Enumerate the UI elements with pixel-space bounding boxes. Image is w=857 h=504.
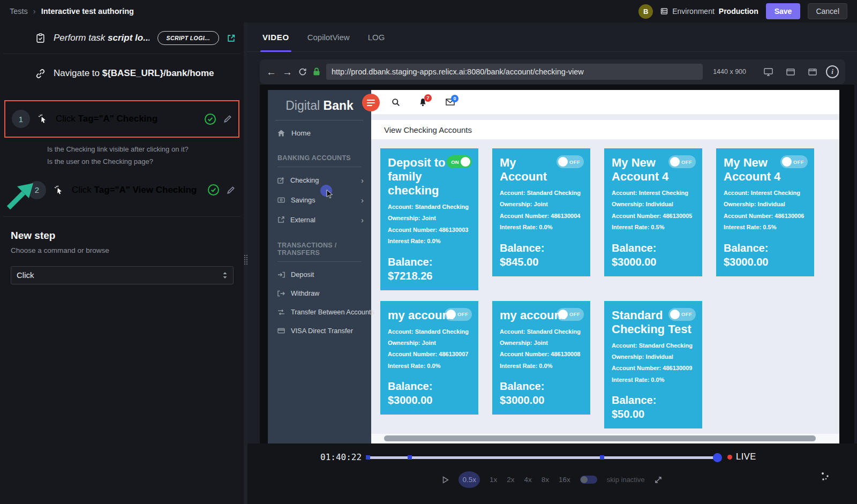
account-card[interactable]: OFF my account Account: Standard Checkin… <box>492 301 590 415</box>
url-field[interactable]: http://prod.dbank.staging-apps.relicx.ai… <box>326 64 703 80</box>
playback-speed-controls: 0.5x1x2x4x8x16x skip inactive <box>247 471 857 488</box>
bank-nav-home[interactable]: Home <box>268 121 371 146</box>
fullscreen-icon[interactable] <box>655 476 662 484</box>
account-active-toggle[interactable]: OFF <box>668 155 696 168</box>
live-label: LIVE <box>736 452 756 462</box>
search-icon[interactable] <box>392 98 400 107</box>
video-playback-area[interactable]: Digital Bank Home BANKING ACCOUNTS Check… <box>260 85 854 443</box>
user-avatar[interactable]: B <box>638 4 653 19</box>
viewer-tab[interactable]: VIDEO <box>262 22 289 51</box>
notifications-bell-icon[interactable]: 7 <box>419 98 427 107</box>
notifications-badge: 7 <box>424 94 432 102</box>
bank-nav-item[interactable]: Transfer Between Accounts <box>268 303 371 321</box>
event-marker[interactable] <box>366 455 370 460</box>
bank-nav-item[interactable]: Savings › <box>268 190 371 210</box>
scrubber-handle[interactable] <box>713 453 722 462</box>
command-select[interactable]: Click <box>11 266 234 284</box>
play-icon[interactable] <box>442 476 449 484</box>
bank-nav-item[interactable]: Checking › <box>268 170 371 190</box>
account-card[interactable]: OFF Standard Checking Test Account: Stan… <box>604 301 702 429</box>
script-logic-button[interactable]: SCRIPT LOGI... <box>157 31 219 45</box>
step-number: 1 <box>12 110 30 128</box>
desktop-icon[interactable] <box>764 68 773 76</box>
playback-speed-option[interactable]: 2x <box>507 476 514 484</box>
horizontal-scrollbar[interactable] <box>371 434 839 443</box>
bank-nav-item[interactable]: Withdraw <box>268 284 371 303</box>
step-assertions: Is the Checking link visible after click… <box>47 143 233 168</box>
account-card[interactable]: OFF my account Account: Standard Checkin… <box>380 301 478 415</box>
account-card[interactable]: OFF My New Account 4 Account: Interest C… <box>604 148 702 276</box>
account-active-toggle[interactable]: ON <box>447 155 472 168</box>
account-active-toggle[interactable]: OFF <box>445 308 472 321</box>
account-ownership: Ownership: Individual <box>612 351 695 363</box>
toggle-knob <box>558 157 568 167</box>
edit-step-icon[interactable] <box>227 186 235 194</box>
messages-icon[interactable]: 0 <box>446 99 455 106</box>
account-type: Account: Interest Checking <box>724 187 807 199</box>
breadcrumb-tests-link[interactable]: Tests <box>10 7 28 16</box>
account-card[interactable]: OFF My Account Account: Standard Checkin… <box>492 148 590 276</box>
back-icon[interactable]: ← <box>266 67 276 77</box>
account-ownership: Ownership: Individual <box>724 199 807 210</box>
bank-section-title: BANKING ACCOUNTS <box>277 154 362 162</box>
playback-scrubber[interactable] <box>366 456 720 459</box>
toggle-knob <box>558 310 568 319</box>
bank-nav-item[interactable]: VISA Direct Transfer <box>268 321 371 340</box>
account-balance: Balance:$3000.00 <box>724 241 807 269</box>
account-card[interactable]: OFF My New Account 4 Account: Interest C… <box>716 148 814 276</box>
skip-inactive-toggle[interactable] <box>580 476 597 484</box>
account-active-toggle[interactable]: OFF <box>557 308 584 321</box>
bank-nav-item[interactable]: External › <box>268 210 371 230</box>
environment-selector[interactable]: Environment Production <box>660 7 758 16</box>
app-header: Tests › Interactive test authoring B Env… <box>0 0 857 22</box>
account-number: Account Number: 486130004 <box>500 210 583 222</box>
bank-nav-item[interactable]: Deposit <box>268 265 371 284</box>
step-perform-task[interactable]: Perform task script lo... SCRIPT LOGI... <box>0 22 244 54</box>
scrollbar-thumb[interactable] <box>384 435 816 441</box>
save-button[interactable]: Save <box>766 3 801 19</box>
window-alt-icon[interactable] <box>808 69 817 76</box>
account-number: Account Number: 486130007 <box>388 349 471 360</box>
playback-speed-option[interactable]: 16x <box>559 476 570 484</box>
account-active-toggle[interactable]: OFF <box>668 308 696 321</box>
event-marker[interactable] <box>600 455 604 460</box>
cancel-button[interactable]: Cancel <box>808 3 847 19</box>
toggle-knob <box>670 310 680 319</box>
step-success-icon <box>205 114 216 125</box>
step-navigate[interactable]: Navigate to ${BASE_URL}/bank/home <box>0 54 244 93</box>
playback-speed-option[interactable]: 4x <box>524 476 531 484</box>
edit-step-icon[interactable] <box>223 115 232 123</box>
bank-menu-toggle-button[interactable] <box>362 94 380 111</box>
click-cursor-icon <box>37 114 48 124</box>
playback-speed-option[interactable]: 0.5x <box>458 471 480 488</box>
new-step-title: New step <box>11 230 233 242</box>
account-ownership: Ownership: Joint <box>500 199 583 210</box>
select-chevrons-icon <box>222 272 228 279</box>
forward-icon[interactable]: → <box>282 67 292 77</box>
bank-banking-nav: Checking › Savings › External › <box>268 170 371 230</box>
step-2[interactable]: 2 Click Tag="A" View Checking <box>0 176 244 205</box>
edit-script-icon[interactable] <box>227 34 235 42</box>
viewer-tab[interactable]: CopilotView <box>307 22 350 51</box>
bank-content: View Checking Accounts ON Deposit to fam… <box>371 114 839 443</box>
info-icon[interactable]: i <box>826 65 839 78</box>
account-card[interactable]: ON Deposit to family checking Account: S… <box>380 148 478 290</box>
reload-icon[interactable] <box>298 67 307 76</box>
account-ownership: Ownership: Joint <box>388 213 471 224</box>
window-icon[interactable] <box>786 69 795 76</box>
account-balance: Balance:$845.00 <box>500 241 583 269</box>
toggle-state-label: OFF <box>457 311 470 317</box>
viewer-tab[interactable]: LOG <box>368 22 385 51</box>
playback-speed-option[interactable]: 1x <box>490 476 497 484</box>
test-steps-panel: Perform task script lo... SCRIPT LOGI...… <box>0 22 244 504</box>
account-number: Account Number: 486130008 <box>500 349 583 360</box>
event-marker[interactable] <box>408 455 412 460</box>
toggle-state-label: OFF <box>569 159 582 165</box>
account-type: Account: Standard Checking <box>388 201 471 213</box>
account-active-toggle[interactable]: OFF <box>780 155 808 168</box>
step-1-highlighted[interactable]: 1 Click Tag="A" Checking <box>4 100 239 138</box>
account-active-toggle[interactable]: OFF <box>557 155 584 168</box>
environment-value: Production <box>719 7 758 16</box>
bank-section-title: TRANSACTIONS / TRANSFERS <box>277 242 362 257</box>
playback-speed-option[interactable]: 8x <box>542 476 549 484</box>
